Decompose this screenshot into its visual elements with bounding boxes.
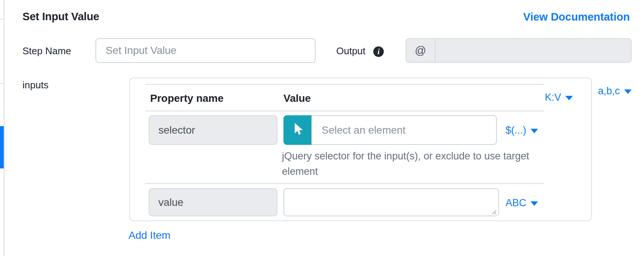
property-name-header: Property name — [150, 92, 224, 104]
view-documentation-link[interactable]: View Documentation — [523, 11, 630, 23]
value-header: Value — [283, 92, 311, 104]
output-label: Output — [336, 45, 365, 57]
step-list-divider — [4, 0, 4, 256]
property-name-field-value: value — [149, 188, 277, 216]
property-name-text: value — [158, 196, 183, 208]
chevron-down-icon — [531, 201, 538, 206]
element-picker-group — [283, 115, 497, 145]
value-textarea[interactable] — [283, 188, 499, 216]
selected-step-indicator — [0, 126, 4, 168]
chevron-down-icon — [565, 96, 573, 100]
property-name-text: selector — [158, 124, 195, 136]
pair-format-dropdown[interactable]: K:V — [545, 92, 573, 103]
chevron-down-icon — [531, 129, 538, 133]
table-top-divider — [145, 84, 544, 85]
list-format-dropdown-label: a,b,c — [598, 85, 620, 97]
list-format-dropdown[interactable]: a,b,c — [598, 85, 632, 97]
output-prefix: @ — [406, 39, 435, 62]
page-title: Set Input Value — [22, 10, 99, 23]
selector-type-dropdown-label: $(...) — [505, 125, 526, 136]
output-input — [435, 39, 631, 62]
step-list-item-edge — [0, 19, 4, 19]
chevron-down-icon — [624, 89, 632, 94]
output-field-group: @ — [405, 38, 632, 63]
value-type-dropdown-label: ABC — [505, 197, 526, 209]
add-item-button[interactable]: Add Item — [128, 229, 170, 241]
step-name-label: Step Name — [22, 45, 71, 57]
step-name-input[interactable] — [95, 38, 316, 63]
selector-type-dropdown[interactable]: $(...) — [505, 125, 538, 136]
info-icon: i — [373, 46, 384, 57]
element-picker-button[interactable] — [283, 115, 312, 145]
value-type-dropdown[interactable]: ABC — [505, 197, 538, 209]
selector-help-text: jQuery selector for the input(s), or exc… — [282, 149, 540, 179]
cursor-pointer-icon — [291, 122, 304, 138]
property-name-field-selector: selector — [149, 115, 277, 145]
table-row-divider — [145, 183, 544, 184]
selector-value-input[interactable] — [312, 115, 497, 145]
pair-format-dropdown-label: K:V — [545, 92, 561, 103]
inputs-panel: Property name Value K:V selector $(...) … — [129, 77, 592, 221]
inputs-label: inputs — [22, 79, 48, 91]
table-header-divider — [145, 110, 544, 112]
step-list-item-edge — [0, 83, 4, 84]
